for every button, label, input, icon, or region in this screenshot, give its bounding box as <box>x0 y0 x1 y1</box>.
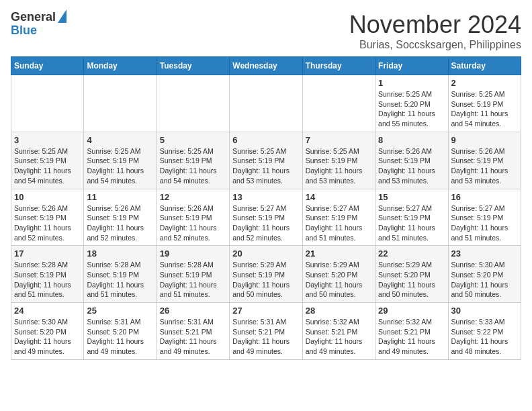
logo: General Blue <box>11 11 66 38</box>
day-number: 1 <box>378 78 445 88</box>
calendar-cell: 22Sunrise: 5:29 AMSunset: 5:20 PMDayligh… <box>375 246 448 303</box>
calendar-cell <box>11 75 84 132</box>
day-number: 20 <box>232 248 299 259</box>
day-number: 6 <box>232 135 299 145</box>
calendar-cell: 23Sunrise: 5:30 AMSunset: 5:20 PMDayligh… <box>448 246 521 303</box>
calendar-cell <box>302 75 375 132</box>
logo-triangle-icon <box>58 9 66 23</box>
weekday-header: Tuesday <box>157 57 229 75</box>
day-number: 23 <box>451 248 518 259</box>
day-number: 5 <box>160 135 226 145</box>
day-info: Sunrise: 5:32 AMSunset: 5:21 PMDaylight:… <box>306 317 372 357</box>
day-info: Sunrise: 5:27 AMSunset: 5:19 PMDaylight:… <box>232 203 299 243</box>
day-info: Sunrise: 5:26 AMSunset: 5:19 PMDaylight:… <box>451 146 518 186</box>
calendar-week-row: 3Sunrise: 5:25 AMSunset: 5:19 PMDaylight… <box>11 132 521 189</box>
day-number: 2 <box>451 78 518 88</box>
calendar-cell <box>84 75 157 132</box>
calendar-cell: 27Sunrise: 5:31 AMSunset: 5:21 PMDayligh… <box>230 303 302 360</box>
calendar-cell: 4Sunrise: 5:25 AMSunset: 5:19 PMDaylight… <box>84 132 157 189</box>
calendar-week-row: 1Sunrise: 5:25 AMSunset: 5:20 PMDaylight… <box>11 75 521 132</box>
day-number: 19 <box>160 248 226 259</box>
weekday-header: Friday <box>375 57 448 75</box>
title-block: November 2024 Burias, Soccsksargen, Phil… <box>349 11 521 51</box>
day-number: 11 <box>87 192 153 202</box>
weekday-header: Saturday <box>448 57 521 75</box>
day-info: Sunrise: 5:25 AMSunset: 5:20 PMDaylight:… <box>378 89 445 129</box>
day-info: Sunrise: 5:27 AMSunset: 5:19 PMDaylight:… <box>378 203 445 243</box>
calendar-cell: 11Sunrise: 5:26 AMSunset: 5:19 PMDayligh… <box>84 189 157 246</box>
day-info: Sunrise: 5:25 AMSunset: 5:19 PMDaylight:… <box>232 146 299 186</box>
day-info: Sunrise: 5:27 AMSunset: 5:19 PMDaylight:… <box>306 203 372 243</box>
calendar-week-row: 24Sunrise: 5:30 AMSunset: 5:20 PMDayligh… <box>11 303 521 360</box>
day-info: Sunrise: 5:26 AMSunset: 5:19 PMDaylight:… <box>160 203 226 243</box>
calendar-cell: 30Sunrise: 5:33 AMSunset: 5:22 PMDayligh… <box>448 303 521 360</box>
weekday-header: Monday <box>84 57 157 75</box>
calendar-table: SundayMondayTuesdayWednesdayThursdayFrid… <box>11 56 521 360</box>
day-number: 14 <box>306 192 372 202</box>
calendar-cell: 6Sunrise: 5:25 AMSunset: 5:19 PMDaylight… <box>230 132 302 189</box>
weekday-header: Sunday <box>11 57 84 75</box>
calendar-cell: 26Sunrise: 5:31 AMSunset: 5:21 PMDayligh… <box>157 303 229 360</box>
calendar-cell: 13Sunrise: 5:27 AMSunset: 5:19 PMDayligh… <box>230 189 302 246</box>
calendar-cell: 9Sunrise: 5:26 AMSunset: 5:19 PMDaylight… <box>448 132 521 189</box>
calendar-header-row: SundayMondayTuesdayWednesdayThursdayFrid… <box>11 57 521 75</box>
calendar-cell: 15Sunrise: 5:27 AMSunset: 5:19 PMDayligh… <box>375 189 448 246</box>
logo-text-general: General <box>11 11 56 24</box>
calendar-week-row: 10Sunrise: 5:26 AMSunset: 5:19 PMDayligh… <box>11 189 521 246</box>
day-info: Sunrise: 5:28 AMSunset: 5:19 PMDaylight:… <box>87 260 153 300</box>
day-info: Sunrise: 5:31 AMSunset: 5:21 PMDaylight:… <box>232 317 299 357</box>
day-info: Sunrise: 5:25 AMSunset: 5:19 PMDaylight:… <box>160 146 226 186</box>
day-number: 30 <box>451 306 518 316</box>
day-info: Sunrise: 5:31 AMSunset: 5:21 PMDaylight:… <box>160 317 226 357</box>
calendar-cell: 5Sunrise: 5:25 AMSunset: 5:19 PMDaylight… <box>157 132 229 189</box>
calendar-cell: 16Sunrise: 5:27 AMSunset: 5:19 PMDayligh… <box>448 189 521 246</box>
day-info: Sunrise: 5:26 AMSunset: 5:19 PMDaylight:… <box>14 203 81 243</box>
day-info: Sunrise: 5:30 AMSunset: 5:20 PMDaylight:… <box>14 317 81 357</box>
day-info: Sunrise: 5:28 AMSunset: 5:19 PMDaylight:… <box>14 260 81 300</box>
day-info: Sunrise: 5:27 AMSunset: 5:19 PMDaylight:… <box>451 203 518 243</box>
calendar-week-row: 17Sunrise: 5:28 AMSunset: 5:19 PMDayligh… <box>11 246 521 303</box>
calendar-cell: 12Sunrise: 5:26 AMSunset: 5:19 PMDayligh… <box>157 189 229 246</box>
page-title: November 2024 <box>349 11 521 39</box>
calendar-cell: 7Sunrise: 5:25 AMSunset: 5:19 PMDaylight… <box>302 132 375 189</box>
day-info: Sunrise: 5:25 AMSunset: 5:19 PMDaylight:… <box>14 146 81 186</box>
day-info: Sunrise: 5:32 AMSunset: 5:21 PMDaylight:… <box>378 317 445 357</box>
day-info: Sunrise: 5:30 AMSunset: 5:20 PMDaylight:… <box>451 260 518 300</box>
day-number: 3 <box>14 135 81 145</box>
page-header: General Blue November 2024 Burias, Soccs… <box>11 11 521 51</box>
day-info: Sunrise: 5:29 AMSunset: 5:19 PMDaylight:… <box>232 260 299 300</box>
calendar-cell: 24Sunrise: 5:30 AMSunset: 5:20 PMDayligh… <box>11 303 84 360</box>
day-info: Sunrise: 5:25 AMSunset: 5:19 PMDaylight:… <box>451 89 518 129</box>
calendar-cell: 14Sunrise: 5:27 AMSunset: 5:19 PMDayligh… <box>302 189 375 246</box>
logo-text-blue: Blue <box>11 24 37 38</box>
calendar-cell: 19Sunrise: 5:28 AMSunset: 5:19 PMDayligh… <box>157 246 229 303</box>
day-number: 21 <box>306 248 372 259</box>
day-number: 13 <box>232 192 299 202</box>
day-info: Sunrise: 5:25 AMSunset: 5:19 PMDaylight:… <box>306 146 372 186</box>
weekday-header: Wednesday <box>230 57 302 75</box>
day-number: 22 <box>378 248 445 259</box>
day-info: Sunrise: 5:28 AMSunset: 5:19 PMDaylight:… <box>160 260 226 300</box>
day-info: Sunrise: 5:33 AMSunset: 5:22 PMDaylight:… <box>451 317 518 357</box>
day-number: 8 <box>378 135 445 145</box>
day-number: 24 <box>14 306 81 316</box>
day-number: 18 <box>87 248 153 259</box>
calendar-cell: 8Sunrise: 5:26 AMSunset: 5:19 PMDaylight… <box>375 132 448 189</box>
page-subtitle: Burias, Soccsksargen, Philippines <box>349 39 521 51</box>
calendar-cell: 17Sunrise: 5:28 AMSunset: 5:19 PMDayligh… <box>11 246 84 303</box>
day-number: 7 <box>306 135 372 145</box>
day-info: Sunrise: 5:26 AMSunset: 5:19 PMDaylight:… <box>87 203 153 243</box>
day-number: 28 <box>306 306 372 316</box>
day-number: 27 <box>232 306 299 316</box>
day-info: Sunrise: 5:31 AMSunset: 5:20 PMDaylight:… <box>87 317 153 357</box>
day-number: 25 <box>87 306 153 316</box>
day-number: 16 <box>451 192 518 202</box>
day-number: 4 <box>87 135 153 145</box>
day-number: 29 <box>378 306 445 316</box>
day-number: 26 <box>160 306 226 316</box>
calendar-cell: 29Sunrise: 5:32 AMSunset: 5:21 PMDayligh… <box>375 303 448 360</box>
day-number: 15 <box>378 192 445 202</box>
calendar-cell: 10Sunrise: 5:26 AMSunset: 5:19 PMDayligh… <box>11 189 84 246</box>
calendar-cell: 1Sunrise: 5:25 AMSunset: 5:20 PMDaylight… <box>375 75 448 132</box>
day-number: 12 <box>160 192 226 202</box>
